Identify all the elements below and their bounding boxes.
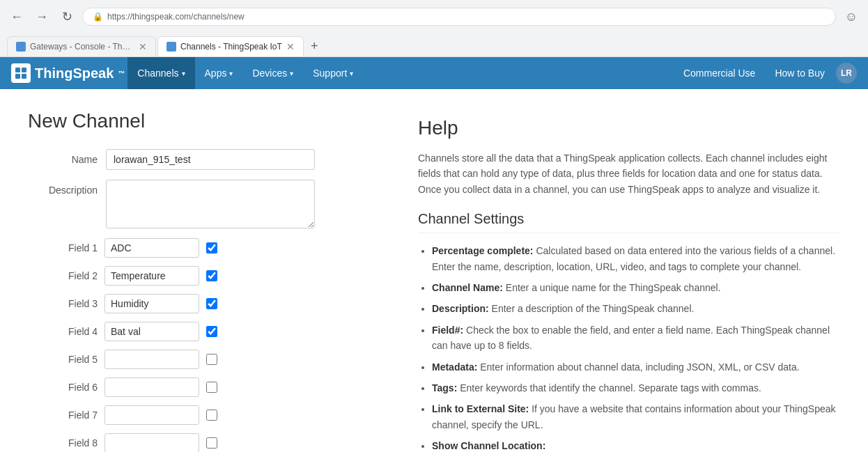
apps-caret: ▾: [229, 70, 233, 77]
field-row-6: Field 6: [28, 377, 390, 397]
support-label: Support: [313, 68, 347, 79]
apps-label: Apps: [205, 68, 227, 79]
field-input-1[interactable]: [104, 238, 199, 258]
support-caret: ▾: [350, 70, 353, 77]
field-checkbox-8[interactable]: [206, 437, 217, 449]
address-bar[interactable]: 🔒 https://thingspeak.com/channels/new: [82, 8, 836, 26]
field-label-7: Field 7: [28, 410, 98, 421]
field-input-6[interactable]: [104, 377, 199, 397]
help-list-item: Metadata: Enter information about channe…: [432, 359, 840, 375]
how-to-buy-link[interactable]: How to Buy: [766, 57, 833, 89]
field-checkbox-4[interactable]: [206, 326, 217, 337]
brand[interactable]: ThingSpeak™: [11, 63, 125, 83]
field-input-4[interactable]: [104, 322, 199, 341]
field-checkbox-3[interactable]: [206, 298, 217, 309]
commercial-use-link[interactable]: Commercial Use: [675, 57, 764, 89]
description-row: Description: [28, 180, 390, 228]
url-text: https://thingspeak.com/channels/new: [107, 12, 245, 22]
description-input[interactable]: [106, 180, 315, 228]
devices-caret: ▾: [290, 70, 293, 77]
field-checkbox-6[interactable]: [206, 382, 217, 393]
help-list-item: Show Channel Location:Latitude: Specify …: [432, 438, 840, 452]
navbar-right: Commercial Use How to Buy LR: [675, 57, 857, 89]
field-label-4: Field 4: [28, 326, 98, 337]
field-input-5[interactable]: [104, 350, 199, 369]
field-input-2[interactable]: [104, 266, 199, 286]
name-input[interactable]: [106, 149, 315, 170]
tab-icon-1: [16, 42, 26, 52]
help-list-item: Percentage complete: Calculated based on…: [432, 243, 840, 274]
brand-icon: [11, 63, 31, 83]
reload-button[interactable]: ↻: [57, 7, 77, 26]
how-to-buy-label: How to Buy: [775, 68, 825, 79]
tab-2[interactable]: Channels - ThingSpeak IoT ✕: [157, 36, 304, 56]
name-row: Name: [28, 149, 390, 170]
field-input-7[interactable]: [104, 405, 199, 425]
brand-svg: [14, 66, 28, 80]
brand-tm: ™: [118, 70, 125, 77]
help-settings-title: Channel Settings: [418, 211, 840, 233]
brand-text: ThingSpeak: [35, 65, 114, 81]
profile-button[interactable]: ☺: [842, 7, 861, 26]
help-list-item: Field#: Check the box to enable the fiel…: [432, 322, 840, 354]
help-list-item: Channel Name: Enter a unique name for th…: [432, 280, 840, 295]
form-section: New Channel Name Description Field 1Fiel…: [28, 110, 390, 452]
help-title: Help: [418, 117, 840, 139]
channels-caret: ▾: [182, 70, 185, 77]
forward-button[interactable]: →: [32, 7, 52, 26]
user-avatar[interactable]: LR: [836, 63, 857, 84]
tab-close-2[interactable]: ✕: [286, 41, 295, 52]
field-label-6: Field 6: [28, 382, 98, 393]
svg-rect-2: [15, 74, 20, 79]
svg-rect-3: [22, 74, 26, 79]
svg-rect-1: [22, 68, 26, 72]
help-section: Help Channels store all the data that a …: [418, 110, 840, 452]
field-row-3: Field 3: [28, 294, 390, 313]
help-list-item: Description: Enter a description of the …: [432, 301, 840, 316]
field-row-5: Field 5: [28, 350, 390, 369]
field-checkbox-5[interactable]: [206, 354, 217, 365]
fields-container: Field 1Field 2Field 3Field 4Field 5Field…: [28, 238, 390, 452]
field-checkbox-2[interactable]: [206, 270, 217, 281]
help-list-item: Link to External Site: If you have a web…: [432, 401, 840, 432]
channels-nav[interactable]: Channels ▾: [127, 57, 194, 89]
apps-nav[interactable]: Apps ▾: [195, 57, 243, 89]
field-row-1: Field 1: [28, 238, 390, 258]
field-label-1: Field 1: [28, 242, 98, 254]
avatar-initials: LR: [841, 68, 852, 78]
support-nav[interactable]: Support ▾: [303, 57, 363, 89]
help-intro: Channels store all the data that a Thing…: [418, 150, 840, 197]
svg-rect-0: [15, 68, 20, 72]
back-button[interactable]: ←: [7, 7, 26, 26]
devices-nav[interactable]: Devices ▾: [242, 57, 303, 89]
lock-icon: 🔒: [93, 12, 103, 22]
field-input-3[interactable]: [104, 294, 199, 313]
tab-icon-2: [166, 42, 176, 52]
tab-close-1[interactable]: ✕: [139, 41, 147, 52]
tab-title-2: Channels - ThingSpeak IoT: [180, 42, 282, 52]
field-checkbox-1[interactable]: [206, 242, 217, 254]
description-label: Description: [28, 180, 98, 196]
browser-toolbar: ← → ↻ 🔒 https://thingspeak.com/channels/…: [0, 0, 868, 33]
field-label-5: Field 5: [28, 354, 98, 365]
new-tab-button[interactable]: +: [305, 36, 324, 56]
name-label: Name: [28, 149, 98, 165]
field-row-8: Field 8: [28, 433, 390, 452]
browser-chrome: ← → ↻ 🔒 https://thingspeak.com/channels/…: [0, 0, 868, 57]
field-checkbox-7[interactable]: [206, 410, 217, 421]
field-label-8: Field 8: [28, 437, 98, 449]
page-title: New Channel: [28, 110, 390, 132]
field-row-2: Field 2: [28, 266, 390, 286]
field-row-7: Field 7: [28, 405, 390, 425]
navbar: ThingSpeak™ Channels ▾ Apps ▾ Devices ▾ …: [0, 57, 868, 89]
field-label-3: Field 3: [28, 298, 98, 309]
field-row-4: Field 4: [28, 322, 390, 341]
devices-label: Devices: [252, 68, 287, 79]
tab-title-1: Gateways - Console - The Things...: [30, 42, 134, 52]
help-list-item: Tags: Enter keywords that identify the c…: [432, 380, 840, 396]
field-input-8[interactable]: [104, 433, 199, 452]
main-content: New Channel Name Description Field 1Fiel…: [0, 89, 868, 452]
channels-label: Channels: [137, 68, 178, 79]
tab-1[interactable]: Gateways - Console - The Things... ✕: [7, 36, 156, 56]
field-label-2: Field 2: [28, 270, 98, 281]
